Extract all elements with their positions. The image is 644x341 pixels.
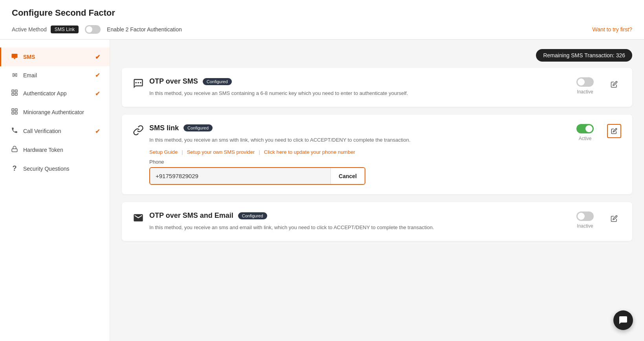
otp-sms-email-row: OTP over SMS and Email Configured In thi… (133, 212, 621, 232)
authenticator-app-icon (11, 89, 18, 98)
sms-link-badge: Configured (183, 124, 213, 131)
sidebar-item-email-label: Email (23, 72, 37, 78)
sms-counter: Remaining SMS Transaction: 326 (536, 49, 632, 62)
svg-rect-8 (12, 112, 14, 114)
email-check-icon: ✔ (95, 71, 100, 79)
svg-rect-5 (15, 93, 17, 95)
otp-sms-status: Inactive (577, 89, 593, 95)
sms-link-desc: In this method, you receive an sms with … (149, 136, 569, 144)
sms-link-title: SMS link (149, 124, 179, 132)
svg-rect-6 (12, 109, 14, 111)
phone-input[interactable] (150, 168, 330, 184)
svg-marker-1 (13, 58, 16, 60)
otp-sms-email-badge: Configured (238, 212, 267, 219)
setup-guide-link[interactable]: Setup Guide (149, 149, 178, 155)
svg-rect-7 (15, 109, 17, 111)
otp-sms-email-right: Inactive (569, 212, 601, 229)
miniorange-icon (11, 108, 18, 117)
otp-sms-email-slider (576, 212, 594, 221)
sms-link-links: Setup Guide | Setup your own SMS provide… (149, 149, 569, 155)
enable-2fa-label: Enable 2 Factor Authentication (107, 26, 182, 33)
svg-point-11 (135, 82, 137, 84)
otp-sms-right: Inactive (569, 77, 601, 95)
otp-sms-icon (133, 78, 144, 91)
otp-sms-email-body: OTP over SMS and Email Configured In thi… (149, 212, 569, 232)
sms-link-row: SMS link Configured In this method, you … (133, 124, 621, 185)
svg-rect-0 (12, 54, 18, 58)
counter-wrapper: Remaining SMS Transaction: 326 (122, 49, 632, 68)
otp-sms-header: OTP over SMS Configured (149, 77, 569, 86)
header-bar: Active Method SMS Link Enable 2 Factor A… (12, 25, 632, 39)
svg-rect-4 (12, 93, 14, 95)
enable-2fa-toggle[interactable] (85, 25, 101, 34)
security-questions-icon: ? (11, 164, 18, 173)
otp-sms-email-title: OTP over SMS and Email (149, 212, 233, 220)
otp-sms-body: OTP over SMS Configured In this method, … (149, 77, 569, 97)
want-to-try-link[interactable]: Want to try first? (593, 26, 632, 33)
method-card-otp-sms: OTP over SMS Configured In this method, … (122, 68, 632, 107)
sms-link-status: Active (579, 136, 592, 141)
otp-sms-slider (576, 77, 594, 87)
method-card-otp-sms-email: OTP over SMS and Email Configured In thi… (122, 202, 632, 241)
sidebar-item-sec-q-label: Security Questions (23, 166, 70, 172)
phone-label: Phone (149, 159, 569, 165)
sidebar-item-miniorange-label: Miniorange Authenticator (23, 109, 84, 115)
active-method-label: Active Method (12, 26, 47, 33)
svg-rect-9 (15, 112, 17, 114)
otp-sms-email-toggle[interactable] (576, 212, 594, 221)
sidebar-item-auth-app-label: Authenticator App (23, 90, 67, 97)
sms-icon (11, 53, 18, 61)
sidebar-item-security-questions[interactable]: ? Security Questions (0, 159, 110, 178)
cancel-button[interactable]: Cancel (330, 168, 365, 184)
svg-point-13 (140, 82, 141, 84)
main-content: Remaining SMS Transaction: 326 OTP over … (110, 40, 644, 341)
otp-sms-badge: Configured (203, 78, 232, 85)
svg-rect-3 (15, 90, 17, 92)
sidebar-item-miniorange[interactable]: Miniorange Authenticator (0, 103, 110, 122)
sms-link-header: SMS link Configured (149, 124, 569, 132)
otp-sms-email-desc: In this method, you receive an sms and e… (149, 224, 569, 232)
page-title: Configure Second Factor (12, 8, 632, 18)
otp-sms-toggle[interactable] (576, 77, 594, 87)
otp-sms-title: OTP over SMS (149, 77, 198, 86)
content: SMS ✔ ✉ Email ✔ Authenticator App ✔ (0, 40, 644, 341)
update-phone-link[interactable]: Click here to update your phone number (264, 149, 355, 155)
call-check-icon: ✔ (95, 128, 100, 135)
sep1: | (182, 149, 183, 155)
sms-link-badge: SMS Link (51, 26, 79, 33)
otp-sms-email-status: Inactive (577, 223, 593, 229)
sidebar: SMS ✔ ✉ Email ✔ Authenticator App ✔ (0, 40, 110, 341)
toggle-slider (85, 25, 101, 34)
sms-link-right: Active (569, 124, 601, 141)
sms-link-slider (576, 124, 594, 133)
phone-input-row: Cancel (149, 167, 365, 185)
otp-sms-email-edit-button[interactable] (607, 212, 621, 226)
sidebar-item-hardware-token[interactable]: Hardware Token (0, 140, 110, 159)
sms-link-icon (133, 125, 144, 138)
page-wrapper: Configure Second Factor Active Method SM… (0, 0, 644, 341)
sidebar-item-email[interactable]: ✉ Email ✔ (0, 66, 110, 84)
setup-sms-provider-link[interactable]: Setup your own SMS provider (187, 149, 255, 155)
header: Configure Second Factor Active Method SM… (0, 0, 644, 40)
otp-sms-desc: In this method, you receive an SMS conta… (149, 89, 569, 97)
sidebar-item-authenticator-app[interactable]: Authenticator App ✔ (0, 84, 110, 103)
auth-app-check-icon: ✔ (95, 90, 100, 97)
sidebar-item-sms[interactable]: SMS ✔ (0, 47, 110, 66)
sep2: | (259, 149, 260, 155)
sms-link-body: SMS link Configured In this method, you … (149, 124, 569, 185)
svg-rect-2 (12, 90, 14, 92)
sms-link-toggle[interactable] (576, 124, 594, 133)
sms-link-edit-button[interactable] (607, 124, 621, 138)
svg-point-12 (138, 82, 139, 84)
sidebar-item-call-label: Call Verification (23, 128, 61, 134)
call-icon (11, 127, 18, 135)
otp-sms-edit-button[interactable] (607, 77, 621, 91)
svg-rect-10 (12, 149, 17, 152)
otp-sms-email-header: OTP over SMS and Email Configured (149, 212, 569, 220)
sidebar-item-hw-token-label: Hardware Token (23, 147, 63, 153)
otp-sms-row: OTP over SMS Configured In this method, … (133, 77, 621, 97)
chat-fab-button[interactable] (613, 310, 633, 330)
sidebar-item-call-verification[interactable]: Call Verification ✔ (0, 122, 110, 140)
otp-sms-email-icon (133, 212, 144, 226)
sms-check-icon: ✔ (95, 53, 100, 61)
